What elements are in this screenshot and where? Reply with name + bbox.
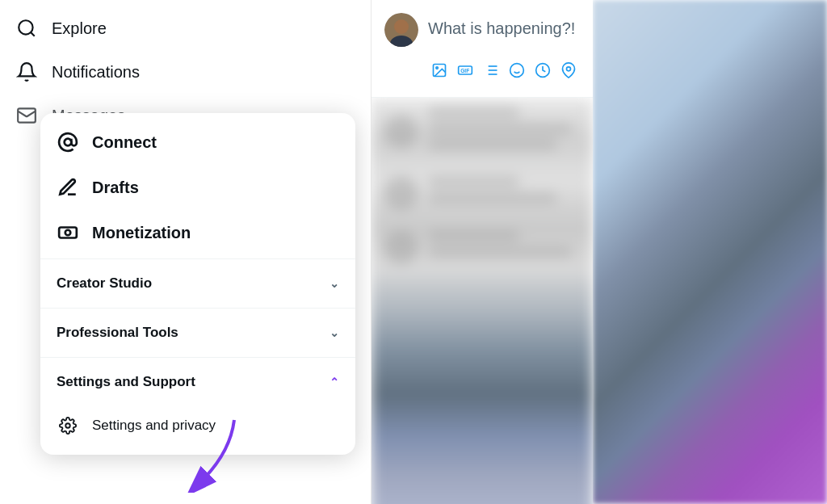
divider-2 [40,308,355,309]
feed-row-1 [372,98,593,166]
location-toolbar-icon[interactable] [557,57,580,84]
svg-point-0 [19,20,32,34]
feed-row-2 [372,166,593,220]
svg-point-23 [510,64,524,78]
chevron-down-icon-2: ⌄ [330,326,339,339]
emoji-toolbar-icon[interactable] [506,57,528,84]
feed-content-2 [428,177,580,209]
schedule-toolbar-icon[interactable] [531,57,554,84]
svg-point-27 [567,67,571,71]
dropdown-item-drafts[interactable]: Drafts [40,165,355,210]
feed-content-1 [428,107,580,156]
main-area: What is happening?! GIF [372,0,593,504]
at-icon [57,131,79,153]
svg-line-1 [31,32,35,36]
feed-line [428,177,519,187]
feed-line [428,107,519,117]
feed-line [428,247,573,257]
svg-point-14 [436,67,439,69]
list-toolbar-icon[interactable] [480,57,502,84]
dropdown-item-drafts-label: Drafts [92,178,139,197]
svg-point-11 [394,19,409,34]
image-toolbar-icon[interactable] [428,57,451,84]
dropdown-settings-support[interactable]: Settings and Support ⌃ [40,361,355,403]
sidebar-item-explore-label: Explore [52,19,107,38]
dropdown-settings-privacy[interactable]: Settings and privacy [40,403,355,448]
feed-content-3 [428,231,580,263]
divider-3 [40,357,355,358]
svg-point-5 [65,230,71,236]
money-icon [57,221,79,244]
divider-1 [40,258,355,259]
svg-point-6 [65,423,70,428]
compose-placeholder: What is happening?! [428,13,575,38]
svg-rect-2 [18,108,36,122]
bell-icon [16,61,37,82]
feed-avatar-1 [384,115,418,149]
envelope-icon [16,105,37,126]
settings-privacy-label: Settings and privacy [92,418,216,434]
feed-line [428,124,573,133]
feed-area [372,98,593,504]
right-panel [593,0,827,504]
feed-avatar-2 [384,176,418,210]
dropdown-item-monetization[interactable]: Monetization [40,210,355,255]
sidebar-item-notifications-label: Notifications [52,63,140,82]
professional-tools-label: Professional Tools [57,325,178,341]
feed-line [428,193,557,203]
dropdown-item-connect-label: Connect [92,133,157,152]
creator-studio-label: Creator Studio [57,275,152,292]
chevron-down-icon: ⌄ [330,277,339,290]
feed-avatar-3 [384,230,418,264]
dropdown-creator-studio[interactable]: Creator Studio ⌄ [40,262,355,304]
feed-line [428,231,519,241]
chevron-up-icon: ⌃ [330,376,339,388]
avatar [384,13,418,47]
svg-text:GIF: GIF [460,68,469,74]
dropdown-menu: Connect Drafts Monetization [40,113,355,455]
compose-header: What is happening?! [384,13,580,47]
professional-tools-left: Professional Tools [57,325,178,341]
creator-studio-left: Creator Studio [57,275,152,292]
sidebar-item-explore[interactable]: Explore [0,6,371,50]
compose-area: What is happening?! GIF [372,0,593,98]
compose-toolbar: GIF [384,57,580,84]
draft-icon [57,176,79,199]
dropdown-professional-tools[interactable]: Professional Tools ⌄ [40,312,355,354]
feed-line [428,140,557,149]
search-icon [16,18,37,39]
gear-icon [57,414,79,437]
feed-row-3 [372,220,593,275]
sidebar-item-notifications[interactable]: Notifications [0,50,371,94]
settings-support-left: Settings and Support [57,374,195,390]
settings-support-label: Settings and Support [57,374,195,390]
right-panel-background [593,0,827,504]
dropdown-item-connect[interactable]: Connect [40,120,355,165]
sidebar: Explore Notifications Messages [0,0,372,504]
gif-toolbar-icon[interactable]: GIF [454,57,476,84]
feed-background [372,98,593,504]
dropdown-item-monetization-label: Monetization [92,224,191,242]
